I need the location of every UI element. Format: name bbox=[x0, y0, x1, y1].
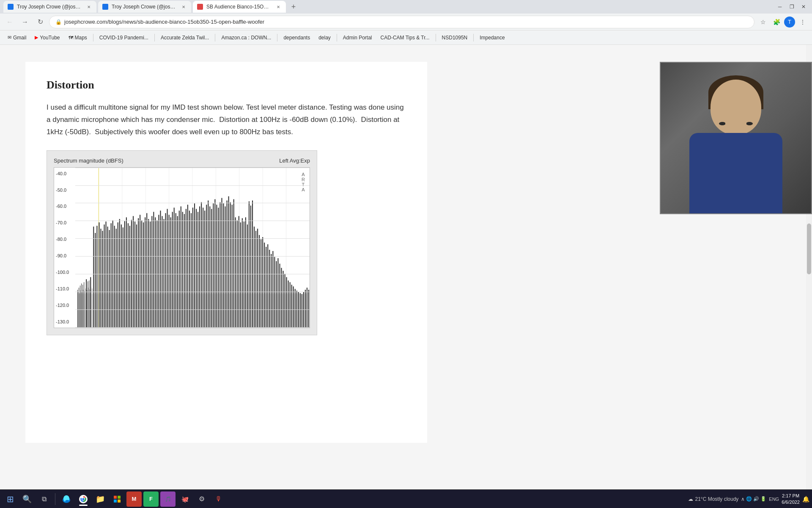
bookmark-zelda-label: Accurate Zelda Twil... bbox=[161, 35, 209, 41]
bookmark-divider-1 bbox=[93, 34, 93, 41]
bookmark-gmail[interactable]: ✉ Gmail bbox=[4, 32, 30, 43]
bookmark-divider-3 bbox=[215, 34, 215, 41]
taskbar-app1[interactable]: M bbox=[126, 491, 142, 507]
taskbar-edge[interactable] bbox=[59, 491, 74, 507]
bookmark-cadcam-label: CAD-CAM Tips & Tr... bbox=[381, 35, 430, 41]
search-button[interactable]: 🔍 bbox=[19, 491, 35, 507]
taskbar-clock[interactable]: 2:17 PM 6/6/2022 bbox=[782, 493, 800, 505]
taskbar-date-display: 6/6/2022 bbox=[782, 499, 800, 505]
youtube-icon: ▶ bbox=[35, 35, 38, 40]
minimize-button[interactable]: ─ bbox=[775, 2, 785, 12]
bookmarks-button[interactable]: ☆ bbox=[757, 16, 769, 28]
person-silhouette bbox=[661, 63, 811, 213]
bookmark-dependants[interactable]: dependants bbox=[280, 32, 313, 43]
up-arrow-icon[interactable]: ∧ bbox=[741, 496, 745, 502]
pip-video bbox=[660, 62, 812, 214]
bookmark-impedance[interactable]: Impedance bbox=[476, 32, 508, 43]
y-label-2: -50.0 bbox=[56, 188, 74, 193]
pip-video-face bbox=[661, 63, 811, 213]
start-button[interactable]: ⊞ bbox=[3, 491, 18, 507]
body-text: I used a difficult multitone signal for … bbox=[47, 102, 406, 138]
weather-icon: ☁ bbox=[688, 496, 693, 502]
bookmark-delay-label: delay bbox=[318, 35, 331, 41]
y-label-3: -60.0 bbox=[56, 204, 74, 209]
taskbar-settings[interactable]: ⚙ bbox=[194, 491, 209, 507]
chart-header: Spectrum magnitude (dBFS) Left Avg:Exp bbox=[54, 157, 310, 164]
taskbar-app2[interactable]: F bbox=[143, 491, 159, 507]
menu-button[interactable]: ⋮ bbox=[797, 16, 809, 28]
tab-3[interactable]: SB Audience Bianco-15OB350 1... ✕ bbox=[193, 1, 286, 13]
restore-button[interactable]: ❐ bbox=[787, 2, 797, 12]
svg-rect-172 bbox=[118, 500, 121, 502]
extensions-button[interactable]: 🧩 bbox=[771, 16, 782, 28]
tab-2[interactable]: Troy Joseph Crowe (@joseph_c... ✕ bbox=[98, 1, 191, 13]
bookmark-maps-label: Maps bbox=[75, 35, 87, 41]
tab-3-label: SB Audience Bianco-15OB350 1... bbox=[206, 4, 272, 10]
bookmark-youtube[interactable]: ▶ YouTube bbox=[31, 32, 63, 43]
bookmark-zelda[interactable]: Accurate Zelda Twil... bbox=[157, 32, 213, 43]
tab-3-favicon bbox=[197, 4, 203, 10]
bookmark-amazon[interactable]: Amazon.ca : DOWN... bbox=[218, 32, 274, 43]
bookmark-maps[interactable]: 🗺 Maps bbox=[65, 32, 91, 43]
bookmark-cadcam[interactable]: CAD-CAM Tips & Tr... bbox=[377, 32, 433, 43]
volume-icon[interactable]: 🔊 bbox=[753, 496, 759, 502]
tab-1[interactable]: Troy Joseph Crowe (@joseph_c... ✕ bbox=[3, 1, 96, 13]
chart-y-axis: -40.0 -50.0 -60.0 -70.0 -80.0 -90.0 -100… bbox=[54, 168, 75, 328]
forward-button[interactable]: → bbox=[19, 16, 31, 28]
new-tab-button[interactable]: + bbox=[288, 1, 299, 13]
bookmark-admin-label: Admin Portal bbox=[343, 35, 372, 41]
bookmark-gmail-label: Gmail bbox=[13, 35, 26, 41]
taskbar-git[interactable]: 🐙 bbox=[177, 491, 192, 507]
window-controls: ─ ❐ ✕ bbox=[775, 2, 809, 12]
nav-bar: ← → ↻ 🔒 josephcrowe.com/blogs/news/sb-au… bbox=[0, 14, 812, 30]
maps-icon: 🗺 bbox=[69, 35, 73, 40]
y-label-10: -130.0 bbox=[56, 319, 74, 324]
taskbar-store[interactable] bbox=[110, 491, 125, 507]
weather-display: ☁ 21°C Mostly cloudy bbox=[688, 496, 738, 502]
tab-1-close[interactable]: ✕ bbox=[85, 3, 92, 10]
bookmark-nsd-label: NSD1095N bbox=[442, 35, 468, 41]
tab-2-close[interactable]: ✕ bbox=[180, 3, 187, 10]
address-bar[interactable]: 🔒 josephcrowe.com/blogs/news/sb-audience… bbox=[49, 16, 754, 28]
bookmark-admin[interactable]: Admin Portal bbox=[340, 32, 376, 43]
bookmark-covid-label: COVID-19 Pandemi... bbox=[99, 35, 148, 41]
nav-right-controls: ☆ 🧩 T ⋮ bbox=[757, 16, 809, 28]
taskbar-app4[interactable]: 🎙 bbox=[211, 491, 226, 507]
profile-button[interactable]: T bbox=[784, 17, 795, 28]
chart-title: Spectrum magnitude (dBFS) bbox=[54, 157, 123, 164]
y-label-8: -110.0 bbox=[56, 286, 74, 291]
chart-grid bbox=[75, 168, 310, 328]
taskbar-time-display: 2:17 PM bbox=[782, 493, 799, 499]
taskbar: ⊞ 🔍 ⧉ 📁 M F 🎵 🐙 ⚙ 🎙 ☁ 21°C Mostly clo bbox=[0, 489, 812, 508]
network-icon: 🌐 bbox=[746, 496, 752, 502]
tab-3-close[interactable]: ✕ bbox=[275, 3, 282, 10]
taskbar-explorer[interactable]: 📁 bbox=[93, 491, 108, 507]
back-button[interactable]: ← bbox=[3, 16, 16, 28]
tab-1-favicon bbox=[8, 4, 14, 10]
tab-2-label: Troy Joseph Crowe (@joseph_c... bbox=[112, 4, 177, 10]
bookmark-divider-5 bbox=[337, 34, 337, 41]
bookmark-nsd[interactable]: NSD1095N bbox=[439, 32, 471, 43]
svg-point-165 bbox=[65, 500, 69, 502]
task-view-button[interactable]: ⧉ bbox=[36, 491, 52, 507]
notifications-button[interactable]: 🔔 bbox=[802, 496, 809, 502]
system-tray: ∧ 🌐 🔊 🔋 bbox=[741, 496, 766, 502]
bookmark-divider-4 bbox=[277, 34, 277, 41]
person-body bbox=[689, 133, 782, 213]
reload-button[interactable]: ↻ bbox=[34, 16, 47, 28]
chart-plot: A R T A bbox=[75, 168, 310, 328]
bookmark-delay[interactable]: delay bbox=[315, 32, 334, 43]
taskbar-chrome[interactable] bbox=[76, 491, 91, 507]
bookmark-covid[interactable]: COVID-19 Pandemi... bbox=[96, 32, 152, 43]
content-area: Distortion I used a difficult multitone … bbox=[0, 45, 812, 489]
y-label-7: -100.0 bbox=[56, 270, 74, 275]
browser-window: Troy Joseph Crowe (@joseph_c... ✕ Troy J… bbox=[0, 0, 812, 508]
taskbar-app3[interactable]: 🎵 bbox=[160, 491, 176, 507]
bookmark-divider-6 bbox=[436, 34, 436, 41]
scrollbar-thumb[interactable] bbox=[807, 224, 811, 274]
gmail-icon: ✉ bbox=[8, 35, 11, 40]
taskbar-divider-1 bbox=[55, 493, 55, 505]
y-label-4: -70.0 bbox=[56, 220, 74, 225]
close-button[interactable]: ✕ bbox=[798, 2, 809, 12]
battery-icon: 🔋 bbox=[760, 496, 766, 502]
